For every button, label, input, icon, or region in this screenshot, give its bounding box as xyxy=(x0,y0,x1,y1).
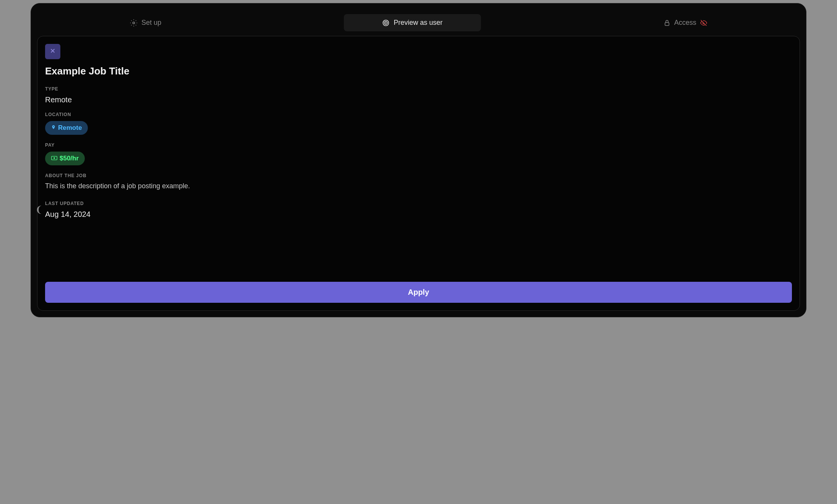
job-title: Example Job Title xyxy=(45,65,792,77)
about-label: ABOUT THE JOB xyxy=(45,173,792,178)
field-location: LOCATION Remote xyxy=(45,112,792,135)
tab-setup[interactable]: Set up xyxy=(121,14,170,31)
pay-label: PAY xyxy=(45,142,792,148)
pay-value: $50/hr xyxy=(60,155,79,162)
location-label: LOCATION xyxy=(45,112,792,117)
money-icon xyxy=(51,155,57,162)
gear-icon xyxy=(130,19,138,27)
content-body: Example Job Title TYPE Remote LOCATION R… xyxy=(45,44,792,282)
updated-label: LAST UPDATED xyxy=(45,201,792,206)
tabs-row: Set up Preview as user Access xyxy=(37,10,800,36)
location-badge: Remote xyxy=(45,121,88,135)
tab-access[interactable]: Access xyxy=(654,14,716,31)
svg-rect-4 xyxy=(665,23,669,26)
pin-icon xyxy=(51,124,56,132)
field-about: ABOUT THE JOB This is the description of… xyxy=(45,173,792,190)
svg-point-3 xyxy=(386,23,387,23)
eye-off-icon xyxy=(700,19,707,26)
field-pay: PAY $50/hr xyxy=(45,142,792,165)
tab-preview[interactable]: Preview as user xyxy=(344,14,481,31)
tab-access-label: Access xyxy=(674,19,696,27)
type-label: TYPE xyxy=(45,86,792,92)
field-type: TYPE Remote xyxy=(45,86,792,104)
updated-value: Aug 14, 2024 xyxy=(45,210,792,219)
close-button[interactable] xyxy=(45,44,60,59)
lock-icon xyxy=(664,19,670,26)
about-value: This is the description of a job posting… xyxy=(45,182,792,190)
drag-handle[interactable]: ❨ xyxy=(35,204,43,215)
svg-point-9 xyxy=(53,157,55,159)
pay-badge: $50/hr xyxy=(45,152,85,165)
svg-point-0 xyxy=(133,22,135,24)
location-value: Remote xyxy=(58,124,82,132)
close-icon xyxy=(49,47,56,56)
field-updated: LAST UPDATED Aug 14, 2024 xyxy=(45,201,792,219)
app-container: Set up Preview as user Access xyxy=(31,3,806,317)
type-value: Remote xyxy=(45,95,792,104)
content-panel: ❨ Example Job Title TYPE Remote LOCATION xyxy=(37,36,800,311)
tab-preview-label: Preview as user xyxy=(393,19,442,27)
target-icon xyxy=(382,19,390,27)
tab-setup-label: Set up xyxy=(141,19,161,27)
apply-button[interactable]: Apply xyxy=(45,282,792,303)
